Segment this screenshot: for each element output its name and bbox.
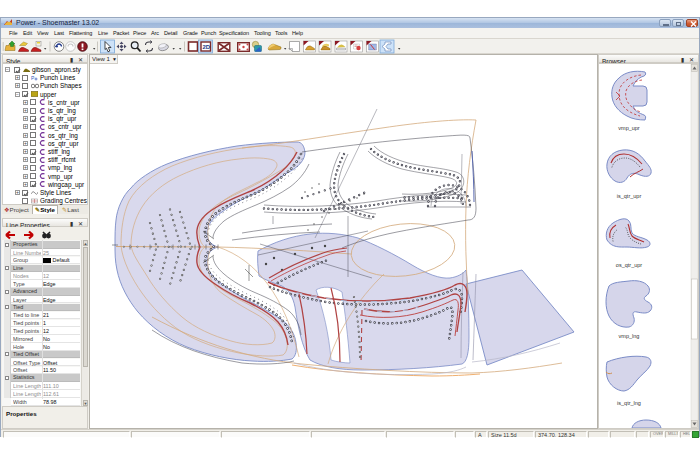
svg-text:P: P bbox=[31, 75, 35, 81]
svg-text:is_qtr_lng: is_qtr_lng bbox=[617, 400, 641, 406]
svg-text:os_qtr_upr: os_qtr_upr bbox=[616, 262, 642, 268]
svg-text:vmp_lng: vmp_lng bbox=[619, 333, 640, 339]
svg-text:2D: 2D bbox=[203, 44, 211, 50]
svg-text:vmp_upr: vmp_upr bbox=[618, 125, 640, 131]
svg-text:is_qtr_upr: is_qtr_upr bbox=[617, 193, 642, 199]
